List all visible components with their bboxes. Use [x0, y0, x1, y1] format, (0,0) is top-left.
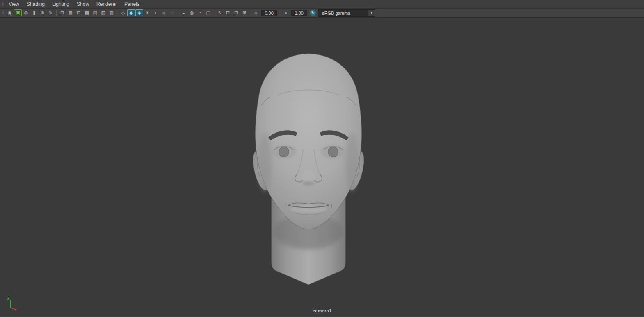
toolbar-drag-handle[interactable]: ‖ — [1, 11, 5, 15]
camera-name-label: camera1 — [313, 308, 331, 313]
use-all-lights-icon[interactable]: ☀ — [144, 9, 151, 16]
xray-joints-icon[interactable]: ◔ — [196, 9, 204, 16]
toolbar-items: ◉▣◎▮⊕✎⊞▦⊡▩▤▧▥◇◆◈☀◐☼◌◒◍◔▢↖⊟⊞⊠☼◑↻sRGB gamm… — [6, 9, 375, 17]
panel-toolbar: ‖ ◉▣◎▮⊕✎⊞▦⊡▩▤▧▥◇◆◈☀◐☼◌◒◍◔▢↖⊟⊞⊠☼◑↻sRGB ga… — [0, 9, 644, 18]
panel-menu-bar: ‖ ViewShadingLightingShowRendererPanels — [0, 0, 644, 9]
menu-shading[interactable]: Shading — [23, 0, 48, 8]
view-transform-value: sRGB gamma — [319, 11, 368, 16]
toolbar-separator — [56, 10, 57, 16]
gate-mask-icon[interactable]: ▩ — [83, 9, 91, 16]
camera-attributes-icon[interactable]: ◎ — [22, 9, 30, 16]
isolate-select-icon[interactable]: ◒ — [180, 9, 187, 16]
motion-blur-icon[interactable]: ◌ — [168, 9, 176, 16]
wireframe-icon[interactable]: ◇ — [119, 9, 127, 16]
safe-action-icon[interactable]: ▧ — [99, 9, 107, 16]
menu-lighting[interactable]: Lighting — [48, 0, 73, 8]
toolbar-separator — [280, 10, 280, 16]
xray-icon[interactable]: ◍ — [188, 9, 196, 16]
color-management-icon[interactable]: ↻ — [310, 10, 316, 16]
viewport-canvas[interactable]: y camera1 — [0, 18, 644, 317]
select-camera-icon[interactable]: ◉ — [6, 9, 14, 16]
smooth-shade-icon[interactable]: ◆ — [127, 9, 135, 16]
menubar-drag-handle[interactable]: ‖ — [1, 2, 5, 7]
film-gate-icon[interactable]: ▦ — [66, 9, 74, 16]
resolution-gate-icon[interactable]: ⊡ — [75, 9, 82, 16]
menu-view[interactable]: View — [5, 0, 23, 8]
gamma-icon[interactable]: ◑ — [282, 9, 290, 16]
toolbar-separator — [250, 10, 250, 16]
menu-panels[interactable]: Panels — [121, 0, 143, 8]
grease-pencil-icon[interactable]: ✎ — [47, 9, 55, 16]
safe-title-icon[interactable]: ▥ — [107, 9, 115, 16]
image-plane-icon[interactable]: ▣ — [14, 9, 22, 16]
chevron-down-icon[interactable]: ▼ — [368, 10, 375, 16]
toolbar-separator — [117, 10, 117, 16]
textured-icon[interactable]: ◈ — [135, 9, 143, 16]
toolbar-separator — [214, 10, 214, 16]
tear-off-copy-icon[interactable]: ⊟ — [224, 9, 232, 16]
gamma-field[interactable] — [291, 10, 307, 16]
viewport-panel: ‖ ViewShadingLightingShowRendererPanels … — [0, 0, 644, 317]
toolbar-separator — [178, 10, 178, 16]
exposure-icon[interactable]: ☼ — [252, 9, 260, 16]
menu-bar-items: ViewShadingLightingShowRendererPanels — [5, 0, 143, 8]
shadows-icon[interactable]: ◐ — [152, 9, 160, 16]
wireframe-on-shaded-icon[interactable]: ▢ — [204, 9, 212, 16]
exposure-field[interactable] — [261, 10, 277, 16]
select-tool-icon[interactable]: ↖ — [216, 9, 224, 16]
axis-y-label: y — [7, 295, 9, 300]
head-model — [243, 52, 374, 286]
grid-icon[interactable]: ⊞ — [58, 9, 66, 16]
screen-space-ao-icon[interactable]: ☼ — [160, 9, 168, 16]
view-axis-gizmo: y — [6, 295, 22, 312]
snapshot-icon[interactable]: ⊠ — [240, 9, 248, 16]
tear-off-icon[interactable]: ⊞ — [232, 9, 240, 16]
bookmark-icon[interactable]: ▮ — [30, 9, 38, 16]
pan-zoom-icon[interactable]: ⊕ — [39, 9, 46, 16]
view-transform-dropdown[interactable]: sRGB gamma▼ — [318, 9, 375, 17]
field-chart-icon[interactable]: ▤ — [91, 9, 99, 16]
menu-show[interactable]: Show — [73, 0, 93, 8]
menu-renderer[interactable]: Renderer — [93, 0, 121, 8]
